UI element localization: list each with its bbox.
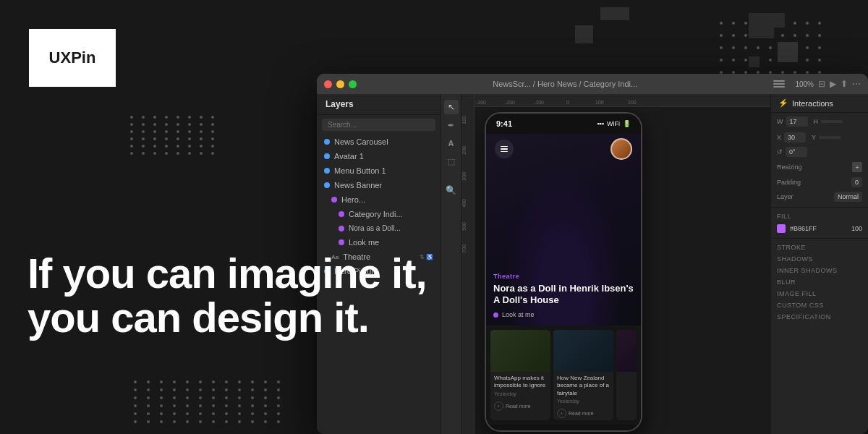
specification-label: SPECIFICATION	[771, 311, 868, 323]
logo: UXPin	[29, 29, 116, 87]
tool-shape[interactable]: ⬚	[444, 154, 459, 169]
inner-shadows-label: INNER SHADOWS	[771, 265, 868, 276]
readmore-1[interactable]: › Read more	[490, 399, 550, 413]
hero-text: Theatre Nora as a Doll in Henrik Ibsen's…	[493, 273, 634, 319]
fill-section-label: FILL	[771, 210, 868, 222]
tool-pen[interactable]: ✒	[444, 118, 459, 132]
prop-h-input[interactable]	[821, 120, 843, 123]
logo-text: UXPin	[49, 48, 96, 67]
layer-dot-blue3	[324, 168, 330, 174]
layer-item-hero[interactable]: Hero...	[317, 192, 441, 207]
divider-2	[771, 238, 868, 239]
layer-item-news-banner[interactable]: News Banner	[317, 178, 441, 192]
prop-h-label: H	[814, 118, 819, 125]
fill-row[interactable]: #B861FF 100	[771, 222, 868, 235]
layer-name: Menu Button 1	[334, 166, 386, 175]
prop-layer: Layer Normal	[771, 190, 868, 204]
prop-w-input[interactable]: 17	[786, 116, 808, 127]
resizing-btn[interactable]: +	[852, 162, 862, 172]
title-bar: NewsScr... / Hero News / Category Indi..…	[317, 74, 868, 94]
traffic-light-yellow[interactable]	[336, 80, 344, 88]
resizing-label: Resizing	[777, 163, 802, 171]
toolbar-icon-1[interactable]	[773, 80, 785, 88]
share-icon[interactable]: ⬆	[841, 79, 848, 89]
prop-resizing: Resizing +	[771, 159, 868, 175]
more-icon[interactable]: ⋯	[852, 79, 861, 89]
canvas-area[interactable]: -300 -200 -100 0 100 200 100 200 300 400…	[461, 94, 770, 434]
right-panel: ⚡ Interactions W 17 H X 30 Y ↺ 0° R	[770, 94, 868, 434]
phone-time: 9:41	[496, 119, 512, 128]
layer-item-avatar[interactable]: Avatar 1	[317, 149, 441, 163]
layer-name: News Carousel	[334, 137, 388, 146]
cta-dot	[493, 312, 498, 318]
news-cards: WhatsApp makes it impossible to ignore Y…	[486, 326, 641, 425]
prop-angle-input[interactable]: 0°	[786, 147, 807, 157]
layer-dot-purple2	[339, 211, 344, 217]
news-card-img-3	[616, 330, 637, 372]
padding-label: Padding	[777, 179, 801, 186]
ruler-vertical: 100 200 300 400 500 700	[461, 94, 475, 434]
hero-title: Nora as a Doll in Henrik Ibsen's A Doll'…	[493, 283, 634, 307]
tool-text[interactable]: A	[444, 136, 459, 150]
phone-nav	[486, 138, 641, 160]
layer-dot-blue2	[324, 153, 330, 159]
prop-x-input[interactable]: 30	[784, 132, 806, 142]
layer-dot-blue	[324, 139, 330, 145]
image-fill-label: IMAGE FILL	[771, 288, 868, 299]
news-card-3[interactable]	[616, 330, 637, 420]
layer-item-nora[interactable]: Nora as a Doll...	[317, 221, 441, 235]
hero-category: Theatre	[493, 273, 634, 280]
hero-cta[interactable]: Look at me	[493, 311, 634, 318]
traffic-light-green[interactable]	[349, 80, 357, 88]
headline: If you can imagine it, you can design it…	[27, 252, 427, 340]
ruler-horizontal: -300 -200 -100 0 100 200	[461, 94, 770, 107]
fill-color-value: #B861FF	[790, 225, 817, 232]
interactions-tab[interactable]: ⚡ Interactions	[771, 94, 868, 113]
hero-area: Theatre Nora as a Doll in Henrik Ibsen's…	[486, 134, 641, 326]
padding-input[interactable]: 0	[851, 177, 862, 187]
tool-cursor[interactable]: ↖	[444, 100, 459, 114]
cta-text: Look at me	[502, 311, 535, 318]
prop-y-input[interactable]	[819, 136, 841, 139]
layers-search[interactable]	[322, 119, 435, 131]
prop-xy: X 30 Y	[771, 130, 868, 145]
layer-item-look[interactable]: Look me	[317, 235, 441, 250]
menu-button[interactable]	[495, 140, 514, 158]
news-card-meta-1: Yesterday	[494, 391, 547, 396]
custom-css-label: CUSTOM CSS	[771, 299, 868, 311]
readmore-2[interactable]: › Read more	[553, 407, 613, 420]
phone-status-icons: ▪▪▪ WiFi 🔋	[597, 120, 631, 127]
layer-item-menu-button[interactable]: Menu Button 1	[317, 163, 441, 178]
lightning-icon: ⚡	[778, 98, 788, 108]
news-card-meta-2: Yesterday	[557, 399, 610, 404]
layer-name: News Banner	[334, 181, 382, 190]
traffic-light-red[interactable]	[324, 80, 332, 88]
layer-name: Category Indi...	[349, 210, 403, 218]
blur-label: BLUR	[771, 276, 868, 288]
fill-opacity: 100	[851, 225, 862, 232]
play-icon[interactable]: ▶	[830, 79, 836, 89]
stroke-label: STROKE	[771, 242, 868, 253]
layer-select[interactable]: Normal	[834, 192, 862, 202]
layer-dot-purple	[331, 197, 337, 203]
toolbar-zoom: 100%	[795, 80, 814, 88]
phone-mockup: 9:41 ▪▪▪ WiFi 🔋	[485, 112, 642, 432]
divider-1	[771, 207, 868, 208]
prop-x-label: X	[777, 134, 781, 141]
layer-name: Nora as a Doll...	[349, 224, 401, 232]
news-card-img-1	[490, 330, 550, 372]
news-card-1[interactable]: WhatsApp makes it impossible to ignore Y…	[490, 330, 550, 420]
deco-dots-bottom-left	[134, 380, 285, 423]
prop-angle: ↺ 0°	[771, 145, 868, 159]
layer-label: Layer	[777, 193, 793, 200]
layer-name: Look me	[349, 238, 379, 247]
layer-item-news-carousel[interactable]: News Carousel	[317, 135, 441, 149]
layer-item-category[interactable]: Category Indi...	[317, 207, 441, 221]
news-card-img-2	[553, 330, 613, 372]
news-card-2[interactable]: How New Zealand became a place of a fair…	[553, 330, 613, 420]
device-icon[interactable]: ⊟	[818, 79, 825, 89]
breadcrumb: NewsScr... / Hero News / Category Indi..…	[493, 80, 637, 88]
prop-w-label: W	[777, 118, 783, 125]
tool-zoom[interactable]: 🔍	[444, 183, 459, 197]
prop-wh: W 17 H	[771, 113, 868, 130]
